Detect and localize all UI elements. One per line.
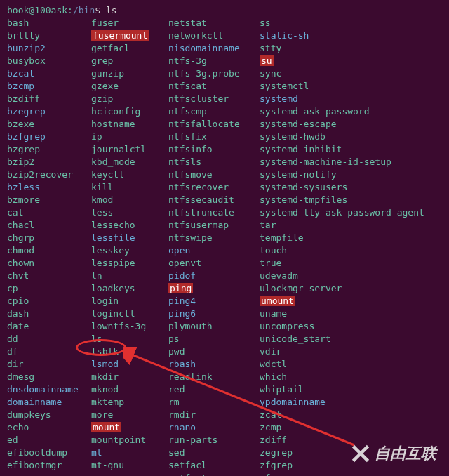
file-kmod: kmod — [91, 194, 113, 205]
file-ping: ping — [168, 283, 193, 293]
ls-cell: systemd-escape — [260, 118, 442, 131]
file-systemd-inhibit: systemd-inhibit — [260, 144, 342, 154]
file-cp: cp — [7, 283, 18, 293]
file-ntfscmp: ntfscmp — [168, 106, 207, 117]
file-bzcat: bzcat — [7, 68, 34, 79]
file-fusermount: fusermount — [91, 30, 149, 41]
ls-cell: lsblk — [91, 345, 168, 358]
ls-cell: bzgrep — [7, 143, 91, 156]
ls-cell: dumpkeys — [7, 409, 91, 421]
file-ntfsmove: ntfsmove — [168, 169, 213, 180]
ls-cell: kbd_mode — [91, 156, 168, 168]
ls-row: chacllessechontfsusermaptar — [7, 219, 442, 232]
file-ps: ps — [168, 333, 180, 344]
file-login: login — [91, 296, 119, 306]
file-bzexe: bzexe — [7, 119, 34, 129]
ls-cell: plymouth — [168, 320, 260, 333]
file-wdctl: wdctl — [260, 359, 287, 369]
ls-row: bzdiffgzipntfsclustersystemd — [7, 93, 442, 105]
ls-row: dnsdomainnamemknodredwhiptail — [7, 383, 442, 396]
file-zforce: zforce — [260, 472, 293, 476]
ls-cell: dir — [7, 358, 91, 371]
ls-row: chownlesspipeopenvttrue — [7, 257, 442, 270]
ls-row: bzcatgunzipntfs-3g.probesync — [7, 67, 442, 80]
prompt-line: book@100ask:/bin$ ls — [7, 4, 442, 17]
file-efibootmgr: efibootmgr — [7, 460, 62, 470]
ls-cell: openvt — [168, 257, 260, 270]
ls-cell: less — [91, 206, 168, 219]
file-ping6: ping6 — [168, 308, 196, 319]
file-setfont: setfont — [168, 472, 207, 476]
ls-cell: journalctl — [91, 143, 168, 156]
file-systemd-notify: systemd-notify — [260, 169, 337, 180]
ls-cell: ntfsls — [168, 156, 260, 168]
file-bzless: bzless — [7, 182, 40, 192]
file-systemctl: systemctl — [260, 81, 309, 91]
ls-cell: egrep — [7, 472, 91, 476]
ls-cell: uncompress — [260, 320, 442, 333]
ls-cell: lsmod — [91, 358, 168, 371]
ls-cell: stty — [260, 42, 442, 55]
ls-cell: netstat — [168, 17, 260, 29]
ls-cell: lessfile — [91, 232, 168, 244]
terminal[interactable]: book@100ask:/bin$ ls bashfusernetstatssb… — [0, 0, 449, 476]
ls-row: chgrplessfilentfswipetempfile — [7, 232, 442, 244]
ls-row: bashfusernetstatss — [7, 17, 442, 29]
ls-cell: open — [168, 244, 260, 257]
ls-output: bashfusernetstatssbrlttyfusermountnetwor… — [7, 17, 442, 476]
file-domainname: domainname — [7, 397, 62, 407]
ls-row: dashloginctlping6uname — [7, 308, 442, 320]
file-uncompress: uncompress — [260, 321, 314, 331]
file-hciconfig: hciconfig — [91, 106, 140, 117]
ls-cell: lesspipe — [91, 257, 168, 270]
file-ypdomainname: ypdomainname — [260, 397, 326, 407]
ls-cell: ulockmgr_server — [260, 282, 442, 295]
ls-cell: kill — [91, 181, 168, 194]
ls-row: bzexehostnamentfsfallocatesystemd-escape — [7, 118, 442, 131]
file-gunzip: gunzip — [91, 68, 124, 79]
ls-cell: bzexe — [7, 118, 91, 131]
ls-cell: systemd-machine-id-setup — [260, 156, 442, 168]
file-bunzip2: bunzip2 — [7, 43, 46, 53]
ls-cell: su — [260, 55, 442, 67]
file-hostname: hostname — [91, 119, 135, 129]
file-zdiff: zdiff — [260, 435, 287, 445]
file-kill: kill — [91, 182, 113, 192]
ls-cell: efibootdump — [7, 447, 91, 459]
ls-row: brlttyfusermountnetworkctlstatic-sh — [7, 29, 442, 42]
file-brltty: brltty — [7, 30, 40, 41]
file-mt: mt — [91, 447, 102, 458]
ls-cell: loadkeys — [91, 282, 168, 295]
file-ls: ls — [91, 333, 102, 344]
ls-cell: lowntfs-3g — [91, 320, 168, 333]
ls-cell: ntfscluster — [168, 93, 260, 105]
ls-cell: setfacl — [168, 459, 260, 472]
ls-cell: bzmore — [7, 194, 91, 206]
ls-cell: systemd-notify — [260, 168, 442, 181]
file-su: su — [260, 55, 274, 66]
file-zfgrep: zfgrep — [260, 460, 293, 470]
ls-cell: ss — [260, 17, 442, 29]
file-ntfscat: ntfscat — [168, 81, 207, 91]
ls-cell: mount — [91, 421, 168, 434]
ls-cell: unicode_start — [260, 333, 442, 345]
file-lesskey: lesskey — [91, 245, 130, 256]
file-bzmore: bzmore — [7, 194, 40, 205]
file-bzip2: bzip2 — [7, 157, 34, 167]
ls-cell: date — [7, 320, 91, 333]
file-netstat: netstat — [168, 18, 207, 28]
ls-cell: systemd-tmpfiles — [260, 194, 442, 206]
ls-row: chvtlnpidofudevadm — [7, 270, 442, 282]
file-rbash: rbash — [168, 359, 196, 369]
prompt-path: /bin — [73, 5, 95, 15]
file-ulockmgr_server: ulockmgr_server — [260, 283, 342, 293]
ls-cell: chacl — [7, 219, 91, 232]
ls-row: bzip2kbd_modentfslssystemd-machine-id-se… — [7, 156, 442, 168]
file-openvt: openvt — [168, 258, 201, 268]
file-touch: touch — [260, 245, 287, 256]
ls-cell: chgrp — [7, 232, 91, 244]
prompt-user: book@100ask — [7, 5, 67, 15]
file-dmesg: dmesg — [7, 371, 34, 382]
ls-cell: bzegrep — [7, 105, 91, 118]
ls-cell: ntfssecaudit — [168, 194, 260, 206]
